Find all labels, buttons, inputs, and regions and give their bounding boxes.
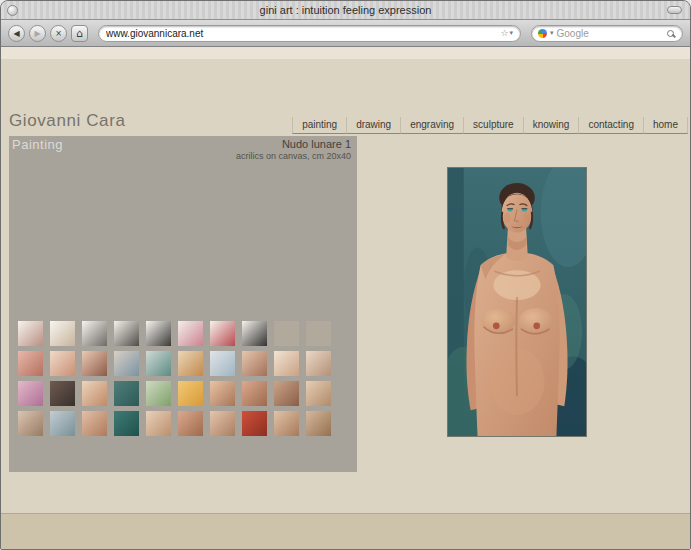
gallery-thumbnail[interactable] xyxy=(82,381,107,406)
nav-item-engraving[interactable]: engraving xyxy=(400,117,463,134)
gallery-thumbnail[interactable] xyxy=(306,411,331,436)
main-nav: paintingdrawingengravingsculptureknowing… xyxy=(292,117,688,134)
gallery-thumbnail[interactable] xyxy=(50,351,75,376)
nav-item-sculpture[interactable]: sculpture xyxy=(463,117,523,134)
gallery-thumbnail[interactable] xyxy=(274,351,299,376)
artwork-caption: Nudo lunare 1 acrilics on canvas, cm 20x… xyxy=(236,138,351,161)
home-button[interactable]: ⌂ xyxy=(71,25,88,42)
forward-icon: ▶ xyxy=(34,29,40,38)
gallery-thumbnail-empty xyxy=(306,321,331,346)
window-title: gini art : intuition feeling expression xyxy=(1,4,690,16)
gallery-thumbnail[interactable] xyxy=(146,411,171,436)
chevron-down-icon[interactable]: ▾ xyxy=(509,29,513,37)
gallery-thumbnail[interactable] xyxy=(178,381,203,406)
back-icon: ◀ xyxy=(13,29,19,38)
artwork-title: Nudo lunare 1 xyxy=(236,138,351,150)
search-placeholder: Google xyxy=(557,28,664,39)
page-content: Giovanni Cara paintingdrawingengravingsc… xyxy=(1,47,690,549)
window-collapse-button[interactable] xyxy=(667,6,682,14)
gallery-thumbnail[interactable] xyxy=(274,411,299,436)
gallery-thumbnail[interactable] xyxy=(82,411,107,436)
gallery-thumbnail[interactable] xyxy=(242,321,267,346)
gallery-thumbnail[interactable] xyxy=(274,381,299,406)
bookmark-star-icon[interactable]: ☆ xyxy=(500,28,508,38)
gallery-thumbnail[interactable] xyxy=(178,411,203,436)
gallery-thumbnail[interactable] xyxy=(146,321,171,346)
home-icon: ⌂ xyxy=(76,27,83,40)
gallery-thumbnail-empty xyxy=(274,321,299,346)
page-top-strip xyxy=(1,47,690,59)
artwork-image xyxy=(447,167,587,437)
stop-icon: × xyxy=(55,29,62,38)
nav-item-contacting[interactable]: contacting xyxy=(578,117,643,134)
back-button[interactable]: ◀ xyxy=(8,25,25,42)
gallery xyxy=(18,321,331,436)
gallery-thumbnail[interactable] xyxy=(210,321,235,346)
nav-item-knowing[interactable]: knowing xyxy=(523,117,579,134)
browser-toolbar: ◀ ▶ × ⌂ www.giovannicara.net ☆ ▾ ▾ Googl… xyxy=(1,20,690,47)
forward-button[interactable]: ▶ xyxy=(29,25,46,42)
gallery-thumbnail[interactable] xyxy=(82,351,107,376)
gallery-thumbnail[interactable] xyxy=(50,381,75,406)
gallery-thumbnail[interactable] xyxy=(82,321,107,346)
nav-item-painting[interactable]: painting xyxy=(292,117,346,134)
url-text: www.giovannicara.net xyxy=(106,28,500,39)
gallery-thumbnail[interactable] xyxy=(18,381,43,406)
painting-canvas xyxy=(448,168,586,436)
gallery-thumbnail[interactable] xyxy=(242,381,267,406)
gallery-thumbnail[interactable] xyxy=(18,351,43,376)
gallery-thumbnail[interactable] xyxy=(242,351,267,376)
gallery-thumbnail[interactable] xyxy=(18,411,43,436)
magnifier-icon xyxy=(667,30,674,37)
gallery-thumbnail[interactable] xyxy=(178,351,203,376)
footer-band xyxy=(1,513,690,549)
gallery-thumbnail[interactable] xyxy=(114,321,139,346)
browser-window: gini art : intuition feeling expression … xyxy=(0,0,691,550)
search-input[interactable]: ▾ Google xyxy=(531,25,683,42)
gallery-thumbnail[interactable] xyxy=(178,321,203,346)
gallery-thumbnail[interactable] xyxy=(18,321,43,346)
search-engine-chevron-icon[interactable]: ▾ xyxy=(550,29,554,37)
nav-item-drawing[interactable]: drawing xyxy=(346,117,400,134)
site-title: Giovanni Cara xyxy=(9,111,125,131)
stop-button[interactable]: × xyxy=(50,25,67,42)
gallery-thumbnail[interactable] xyxy=(242,411,267,436)
gallery-thumbnail[interactable] xyxy=(50,321,75,346)
gallery-thumbnail[interactable] xyxy=(146,351,171,376)
painting-panel: Painting Nudo lunare 1 acrilics on canva… xyxy=(9,136,357,472)
nav-item-home[interactable]: home xyxy=(643,117,688,134)
gallery-thumbnail[interactable] xyxy=(50,411,75,436)
google-icon xyxy=(538,29,547,38)
gallery-thumbnail[interactable] xyxy=(114,351,139,376)
gallery-thumbnail[interactable] xyxy=(114,411,139,436)
gallery-thumbnail[interactable] xyxy=(210,351,235,376)
url-field[interactable]: www.giovannicara.net ☆ ▾ xyxy=(98,25,521,42)
gallery-thumbnail[interactable] xyxy=(306,381,331,406)
gallery-thumbnail[interactable] xyxy=(146,381,171,406)
gallery-thumbnail[interactable] xyxy=(114,381,139,406)
gallery-thumbnail[interactable] xyxy=(306,351,331,376)
titlebar: gini art : intuition feeling expression xyxy=(1,1,690,20)
gallery-thumbnail[interactable] xyxy=(210,411,235,436)
artwork-details: acrilics on canvas, cm 20x40 xyxy=(236,151,351,161)
gallery-thumbnail[interactable] xyxy=(210,381,235,406)
section-label: Painting xyxy=(12,137,63,152)
